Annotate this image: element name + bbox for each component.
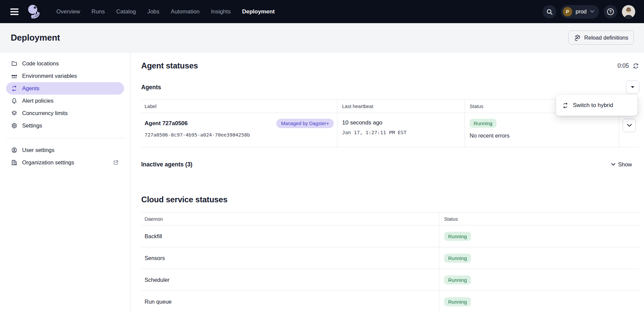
nav-right: P prod ? bbox=[543, 5, 635, 18]
status-badge: Running bbox=[470, 119, 496, 128]
deployment-avatar: P bbox=[563, 7, 572, 16]
search-button[interactable] bbox=[543, 5, 556, 18]
sidebar-item-label: Settings bbox=[22, 122, 42, 129]
sidebar-item-label: User settings bbox=[22, 147, 54, 153]
daemon-name: Backfill bbox=[141, 225, 439, 247]
chevron-down-icon bbox=[627, 124, 632, 127]
bell-icon bbox=[11, 98, 17, 104]
primary-nav: Overview Runs Catalog Jobs Automation In… bbox=[56, 8, 275, 15]
page-header: Deployment Reload definitions bbox=[0, 23, 644, 52]
agent-row-expand-button[interactable] bbox=[623, 119, 636, 132]
reload-package-icon bbox=[574, 34, 581, 41]
deployment-switcher[interactable]: P prod bbox=[561, 5, 599, 18]
menu-item-switch-to-hybrid[interactable]: Switch to hybrid bbox=[556, 98, 637, 112]
daemon-status-cell: Running bbox=[439, 247, 639, 269]
sidebar-item-label: Organization settings bbox=[22, 159, 108, 166]
agent-status-cell: Running No recent errors bbox=[465, 113, 619, 147]
refresh-icon[interactable] bbox=[632, 62, 639, 69]
column-header-daemon: Daemon bbox=[141, 213, 439, 225]
daemon-name: Run queue bbox=[141, 291, 439, 312]
help-button[interactable]: ? bbox=[604, 5, 617, 18]
status-badge: Running bbox=[444, 297, 471, 306]
sidebar-item-organization-settings[interactable]: Organization settings bbox=[6, 156, 124, 169]
heartbeat-relative: 10 seconds ago bbox=[342, 119, 460, 126]
sidebar-item-label: Concurrency limits bbox=[22, 110, 68, 116]
reload-definitions-button[interactable]: Reload definitions bbox=[569, 31, 634, 45]
user-icon bbox=[11, 147, 17, 153]
daemon-status-cell: Running bbox=[439, 269, 639, 291]
agent-actions-dropdown-button[interactable] bbox=[626, 81, 639, 94]
nav-item-runs[interactable]: Runs bbox=[92, 8, 105, 15]
top-nav: Overview Runs Catalog Jobs Automation In… bbox=[0, 0, 644, 23]
sidebar-item-environment-variables[interactable]: Environment variables bbox=[6, 70, 124, 82]
external-link-icon bbox=[113, 160, 119, 165]
agent-icon bbox=[562, 102, 569, 109]
layers-icon bbox=[11, 110, 17, 116]
sidebar-item-user-settings[interactable]: User settings bbox=[6, 144, 124, 156]
daemon-status-cell: Running bbox=[439, 225, 639, 247]
status-badge: Running bbox=[444, 232, 471, 241]
agent-label-cell: Agent 727a0506 Managed by Dagster+ 727a0… bbox=[141, 113, 337, 147]
user-avatar[interactable] bbox=[622, 5, 635, 18]
sidebar-item-label: Agents bbox=[22, 85, 39, 92]
daemon-status-cell: Running bbox=[439, 291, 639, 312]
agent-row-actions-cell bbox=[619, 113, 639, 147]
agent-id: 727a0506-8c97-4b95-a024-70ee3984258b bbox=[145, 132, 334, 138]
nav-item-automation[interactable]: Automation bbox=[171, 8, 200, 15]
sidebar-item-code-locations[interactable]: Code locations bbox=[6, 57, 124, 70]
chevron-down-icon bbox=[611, 163, 615, 166]
hamburger-menu-icon[interactable] bbox=[9, 7, 19, 17]
menu-item-label: Switch to hybrid bbox=[573, 102, 613, 109]
sidebar-item-label: Environment variables bbox=[22, 73, 77, 79]
chevron-down-icon bbox=[590, 10, 594, 13]
sidebar-item-concurrency-limits[interactable]: Concurrency limits bbox=[6, 107, 124, 119]
agent-icon bbox=[11, 85, 17, 92]
column-header-label: Label bbox=[141, 100, 337, 113]
status-badge: Running bbox=[444, 275, 471, 284]
status-badge: Running bbox=[444, 254, 471, 263]
daemon-name: Sensors bbox=[141, 247, 439, 269]
daemon-name: Scheduler bbox=[141, 269, 439, 291]
sidebar-item-settings[interactable]: Settings bbox=[6, 119, 124, 132]
svg-text:?: ? bbox=[609, 9, 612, 14]
sidebar-item-agents[interactable]: Agents bbox=[6, 82, 124, 95]
gear-icon bbox=[11, 122, 17, 129]
nav-item-catalog[interactable]: Catalog bbox=[116, 8, 136, 15]
inactive-agents-heading: Inactive agents (3) bbox=[141, 161, 193, 168]
deployment-switcher-label: prod bbox=[576, 8, 587, 15]
agent-name: Agent 727a0506 bbox=[145, 120, 188, 127]
dagster-logo[interactable] bbox=[25, 3, 41, 20]
nav-item-insights[interactable]: Insights bbox=[211, 8, 231, 15]
folder-icon bbox=[11, 60, 17, 67]
nav-item-deployment[interactable]: Deployment bbox=[242, 8, 275, 15]
caret-down-icon bbox=[631, 86, 635, 89]
reload-definitions-label: Reload definitions bbox=[584, 35, 628, 41]
deployment-sidebar: Code locations Environment variables bbox=[0, 52, 130, 312]
page-title: Deployment bbox=[11, 33, 60, 43]
refresh-countdown: 0:05 bbox=[618, 62, 629, 69]
sidebar-item-label: Alert policies bbox=[22, 98, 54, 104]
nav-left: Overview Runs Catalog Jobs Automation In… bbox=[9, 3, 275, 20]
show-label: Show bbox=[618, 161, 632, 168]
heartbeat-timestamp: Jan 17, 1:27:11 PM EST bbox=[342, 130, 460, 135]
sidebar-item-label: Code locations bbox=[22, 60, 59, 67]
refresh-countdown-group: 0:05 bbox=[618, 62, 639, 69]
nav-item-jobs[interactable]: Jobs bbox=[147, 8, 159, 15]
managed-by-badge: Managed by Dagster+ bbox=[276, 119, 334, 128]
agent-actions-menu: Switch to hybrid bbox=[556, 95, 637, 116]
main-content: Agent statuses 0:05 Agents bbox=[130, 52, 644, 312]
help-icon: ? bbox=[606, 8, 614, 16]
agent-heartbeat-cell: 10 seconds ago Jan 17, 1:27:11 PM EST bbox=[337, 113, 465, 147]
cloud-service-statuses-heading: Cloud service statuses bbox=[141, 195, 227, 204]
building-icon bbox=[11, 159, 17, 166]
search-icon bbox=[546, 8, 553, 15]
section-title-agent-statuses: Agent statuses bbox=[141, 61, 198, 70]
column-header-status: Status bbox=[439, 213, 639, 225]
nav-item-overview[interactable]: Overview bbox=[56, 8, 80, 15]
show-inactive-toggle[interactable]: Show bbox=[611, 161, 632, 168]
sidebar-item-alert-policies[interactable]: Alert policies bbox=[6, 95, 124, 107]
status-detail: No recent errors bbox=[470, 133, 614, 139]
agents-heading: Agents bbox=[141, 84, 161, 91]
env-vars-icon bbox=[11, 73, 17, 79]
column-header-last-heartbeat: Last heartbeat bbox=[337, 100, 465, 113]
